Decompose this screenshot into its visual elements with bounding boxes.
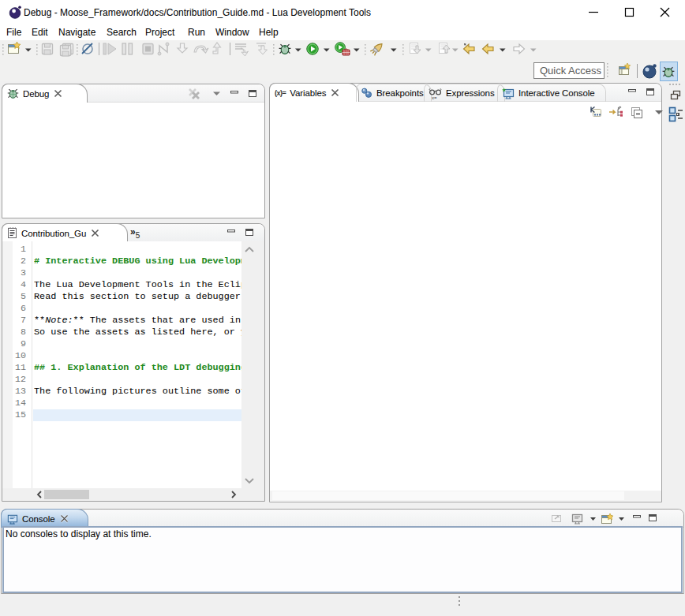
svg-text:x=: x= bbox=[432, 95, 437, 99]
